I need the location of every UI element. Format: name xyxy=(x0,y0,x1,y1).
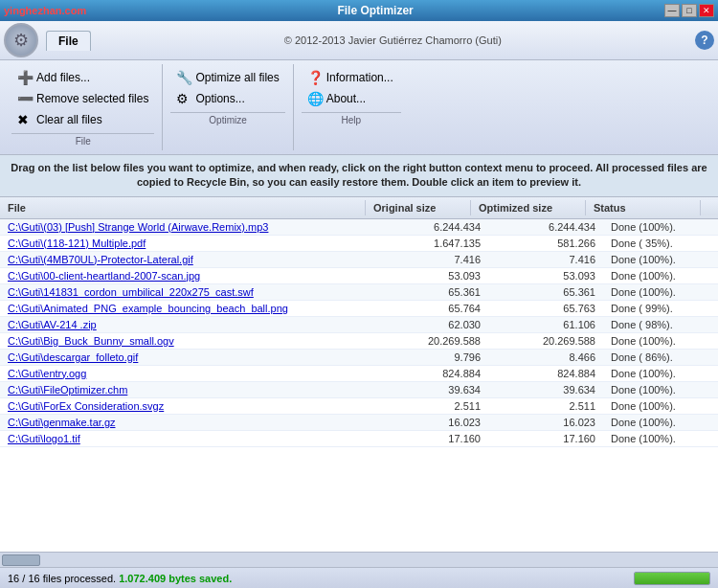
table-row[interactable]: C:\Guti\Big_Buck_Bunny_small.ogv20.269.5… xyxy=(0,333,718,350)
tab-file[interactable]: File xyxy=(46,31,91,51)
status-cell: Done (100%). xyxy=(603,415,718,430)
add-files-icon: ➕ xyxy=(17,70,33,85)
table-row[interactable]: C:\Guti\descargar_folleto.gif9.7968.466D… xyxy=(0,350,718,366)
optimized-size-cell: 581.266 xyxy=(488,236,603,251)
optimize-icon: 🔧 xyxy=(176,70,191,85)
original-size-cell: 39.634 xyxy=(383,382,488,397)
table-header: File Original size Optimized size Status xyxy=(0,197,718,219)
optimized-size-cell: 20.269.588 xyxy=(488,333,603,349)
options-label: Options... xyxy=(195,92,244,105)
remove-icon: ➖ xyxy=(17,91,33,106)
original-size-cell: 1.647.135 xyxy=(383,236,488,251)
status-cell: Done (100%). xyxy=(603,431,718,446)
help-button[interactable]: ? xyxy=(695,31,714,50)
options-button[interactable]: ⚙ Options... xyxy=(170,89,284,108)
table-row[interactable]: C:\Guti\Animated_PNG_example_bouncing_be… xyxy=(0,301,718,317)
progress-bar-fill xyxy=(635,573,709,584)
status-cell: Done ( 99%). xyxy=(603,301,718,316)
original-size-cell: 824.884 xyxy=(383,366,488,381)
horizontal-scrollbar[interactable] xyxy=(0,552,718,567)
file-cell[interactable]: C:\Guti\(4MB70UL)-Protector-Lateral.gif xyxy=(0,252,383,267)
table-row[interactable]: C:\Guti\genmake.tar.gz16.02316.023Done (… xyxy=(0,415,718,431)
optimize-all-button[interactable]: 🔧 Optimize all files xyxy=(170,68,284,87)
status-bar: 16 / 16 files processed. 1.072.409 bytes… xyxy=(0,567,718,588)
menu-tabs: File xyxy=(46,31,91,51)
table-row[interactable]: C:\Guti\AV-214 .zip62.03061.106Done ( 98… xyxy=(0,317,718,333)
status-cell: Done (100%). xyxy=(603,398,718,414)
file-cell[interactable]: C:\Guti\Animated_PNG_example_bouncing_be… xyxy=(0,301,383,316)
table-row[interactable]: C:\Guti\(03) [Push] Strange World (Airwa… xyxy=(0,219,718,236)
table-body[interactable]: C:\Guti\(03) [Push] Strange World (Airwa… xyxy=(0,219,718,552)
file-cell[interactable]: C:\Guti\141831_cordon_umbilical_220x275_… xyxy=(0,284,383,300)
optimize-group-label: Optimize xyxy=(170,112,284,125)
file-cell[interactable]: C:\Guti\logo1.tif xyxy=(0,431,383,446)
optimized-size-cell: 39.634 xyxy=(488,382,603,397)
file-cell[interactable]: C:\Guti\00-client-heartland-2007-scan.jp… xyxy=(0,268,383,283)
original-size-cell: 2.511 xyxy=(383,398,488,414)
information-button[interactable]: ❓ Information... xyxy=(302,68,401,87)
help-group-label: Help xyxy=(302,112,401,125)
file-cell[interactable]: C:\Guti\ForEx Consideration.svgz xyxy=(0,398,383,414)
original-size-cell: 53.093 xyxy=(383,268,488,283)
ribbon-help-group: ❓ Information... 🌐 About... Help xyxy=(294,64,409,150)
original-size-cell: 9.796 xyxy=(383,350,488,365)
remove-selected-button[interactable]: ➖ Remove selected files xyxy=(11,89,154,108)
file-cell[interactable]: C:\Guti\Big_Buck_Bunny_small.ogv xyxy=(0,333,383,349)
close-button[interactable]: ✕ xyxy=(699,4,714,17)
table-row[interactable]: C:\Guti\141831_cordon_umbilical_220x275_… xyxy=(0,284,718,301)
file-cell[interactable]: C:\Guti\descargar_folleto.gif xyxy=(0,350,383,365)
table-row[interactable]: C:\Guti\(4MB70UL)-Protector-Lateral.gif7… xyxy=(0,252,718,268)
table-row[interactable]: C:\Guti\logo1.tif17.16017.160Done (100%)… xyxy=(0,431,718,447)
optimized-size-cell: 7.416 xyxy=(488,252,603,267)
file-cell[interactable]: C:\Guti\(03) [Push] Strange World (Airwa… xyxy=(0,219,383,235)
status-cell: Done ( 86%). xyxy=(603,350,718,365)
add-files-label: Add files... xyxy=(36,71,90,84)
progress-bar-container xyxy=(634,572,710,585)
clear-all-button[interactable]: ✖ Clear all files xyxy=(11,110,154,129)
status-cell: Done (100%). xyxy=(603,284,718,300)
window-body: ⚙ File © 2012-2013 Javier Gutiérrez Cham… xyxy=(0,21,718,588)
title-bar-left: yinghezhan.com xyxy=(4,5,86,16)
maximize-button[interactable]: □ xyxy=(682,4,697,17)
status-cell: Done (100%). xyxy=(603,219,718,235)
table-row[interactable]: C:\Guti\(118-121) Multiple.pdf1.647.1355… xyxy=(0,236,718,252)
file-cell[interactable]: C:\Guti\(118-121) Multiple.pdf xyxy=(0,236,383,251)
optimized-size-cell: 61.106 xyxy=(488,317,603,332)
table-row[interactable]: C:\Guti\ForEx Consideration.svgz2.5112.5… xyxy=(0,398,718,415)
instruction-bar: Drag on the list below files you want to… xyxy=(0,155,718,197)
status-text: 16 / 16 files processed. 1.072.409 bytes… xyxy=(8,573,232,584)
table-row[interactable]: C:\Guti\FileOptimizer.chm39.63439.634Don… xyxy=(0,382,718,398)
add-files-button[interactable]: ➕ Add files... xyxy=(11,68,154,87)
instruction-text: Drag on the list below files you want to… xyxy=(11,162,707,188)
table-row[interactable]: C:\Guti\entry.ogg824.884824.884Done (100… xyxy=(0,366,718,382)
clear-all-label: Clear all files xyxy=(36,113,102,126)
file-cell[interactable]: C:\Guti\entry.ogg xyxy=(0,366,383,381)
original-size-cell: 20.269.588 xyxy=(383,333,488,349)
file-cell[interactable]: C:\Guti\AV-214 .zip xyxy=(0,317,383,332)
about-icon: 🌐 xyxy=(307,91,323,106)
minimize-button[interactable]: — xyxy=(664,4,680,17)
file-group-label: File xyxy=(11,133,154,147)
col-status: Status xyxy=(586,200,701,215)
table-row[interactable]: C:\Guti\00-client-heartland-2007-scan.jp… xyxy=(0,268,718,284)
optimized-size-cell: 824.884 xyxy=(488,366,603,381)
original-size-cell: 16.023 xyxy=(383,415,488,430)
hscroll-thumb[interactable] xyxy=(2,554,40,566)
remove-selected-label: Remove selected files xyxy=(36,92,148,105)
about-label: About... xyxy=(326,92,366,105)
optimized-size-cell: 2.511 xyxy=(488,398,603,414)
file-cell[interactable]: C:\Guti\FileOptimizer.chm xyxy=(0,382,383,397)
optimized-size-cell: 16.023 xyxy=(488,415,603,430)
status-cell: Done (100%). xyxy=(603,382,718,397)
title-bar: yinghezhan.com File Optimizer — □ ✕ xyxy=(0,0,718,21)
optimized-size-cell: 65.763 xyxy=(488,301,603,316)
copyright-text: © 2012-2013 Javier Gutiérrez Chamorro (G… xyxy=(99,34,687,46)
status-cell: Done (100%). xyxy=(603,252,718,267)
about-button[interactable]: 🌐 About... xyxy=(302,89,401,108)
original-size-cell: 7.416 xyxy=(383,252,488,267)
status-cell: Done (100%). xyxy=(603,333,718,349)
file-cell[interactable]: C:\Guti\genmake.tar.gz xyxy=(0,415,383,430)
ribbon-file-group: ➕ Add files... ➖ Remove selected files ✖… xyxy=(4,64,163,150)
optimized-size-cell: 65.361 xyxy=(488,284,603,300)
status-cell: Done (100%). xyxy=(603,366,718,381)
